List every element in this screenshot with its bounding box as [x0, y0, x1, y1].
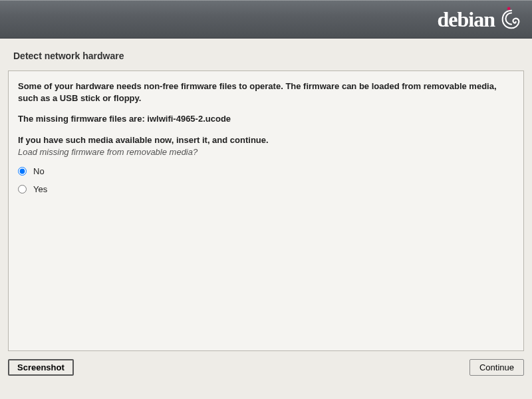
debian-logo: debian	[438, 7, 524, 32]
missing-firmware-text: The missing firmware files are: iwlwifi-…	[18, 113, 514, 125]
continue-button[interactable]: Continue	[469, 359, 524, 376]
radio-no-label: No	[33, 166, 45, 176]
brand-text: debian	[438, 7, 495, 32]
footer: Screenshot Continue	[0, 351, 532, 384]
svg-point-0	[507, 7, 511, 10]
instruction-text: If you have such media available now, in…	[18, 134, 514, 146]
radio-no-input[interactable]	[18, 167, 27, 176]
content-panel: Some of your hardware needs non-free fir…	[8, 70, 524, 351]
radio-option-no[interactable]: No	[18, 162, 514, 180]
debian-swirl-icon	[499, 7, 524, 32]
page-title: Detect network hardware	[0, 39, 532, 70]
radio-option-yes[interactable]: Yes	[18, 180, 514, 198]
header-banner: debian	[0, 0, 532, 39]
prompt-text: Load missing firmware from removable med…	[18, 147, 514, 157]
radio-yes-label: Yes	[33, 184, 47, 194]
screenshot-button[interactable]: Screenshot	[8, 359, 74, 376]
intro-text: Some of your hardware needs non-free fir…	[18, 80, 514, 104]
radio-yes-input[interactable]	[18, 185, 27, 194]
